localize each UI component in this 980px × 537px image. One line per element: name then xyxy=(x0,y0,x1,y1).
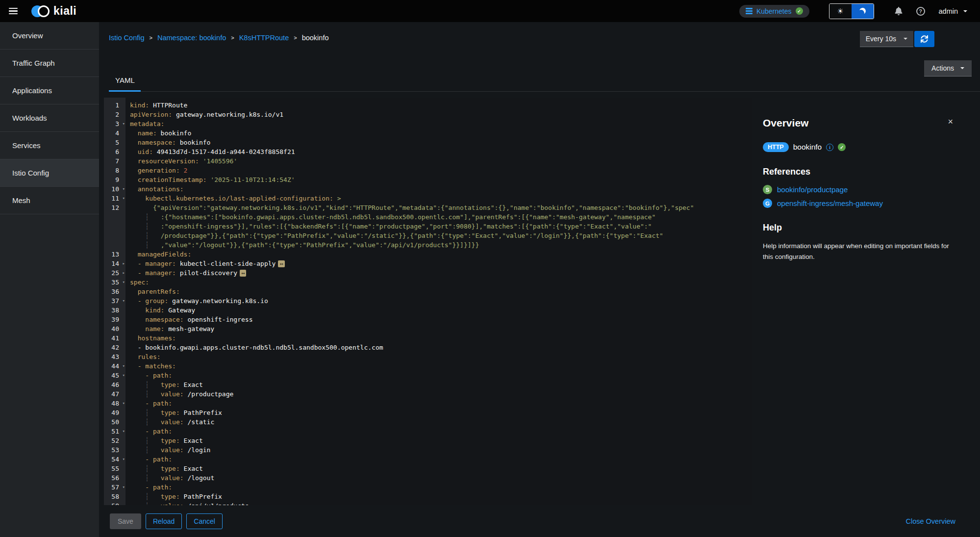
editor-line[interactable]: ┆ type: PathPrefix xyxy=(130,492,752,501)
editor-line[interactable]: - group: gateway.networking.k8s.io xyxy=(130,296,752,306)
editor-line[interactable]: name: bookinfo xyxy=(130,128,752,138)
editor-line[interactable]: rules: xyxy=(130,352,752,361)
notifications-button[interactable] xyxy=(895,7,903,15)
editor-line[interactable]: name: mesh-gateway xyxy=(130,324,752,333)
breadcrumb-link[interactable]: Istio Config xyxy=(109,34,145,42)
sidebar-item-traffic-graph[interactable]: Traffic Graph xyxy=(0,50,99,77)
editor-line[interactable]: kind: HTTPRoute xyxy=(130,101,752,110)
fold-open-icon[interactable]: ▾ xyxy=(123,194,125,203)
cluster-badge[interactable]: Kubernetes ✓ xyxy=(739,5,809,18)
breadcrumb-link[interactable]: K8sHTTPRoute xyxy=(239,34,289,42)
code-token xyxy=(130,484,145,491)
editor-line[interactable]: managedFields: xyxy=(130,250,752,259)
fold-open-icon[interactable]: ▾ xyxy=(123,371,125,380)
editor-line[interactable]: kind: Gateway xyxy=(130,306,752,315)
editor-line[interactable]: - path: xyxy=(130,455,752,464)
editor-line[interactable]: - manager: kubectl-client-side-apply↔ xyxy=(130,259,752,268)
fold-open-icon[interactable]: ▾ xyxy=(123,296,125,306)
help-button[interactable]: ? xyxy=(916,7,925,16)
code-token xyxy=(130,362,138,370)
editor-line[interactable]: ┆ :{"hostnames":["bookinfo.gwapi.apps.cl… xyxy=(130,212,752,222)
sidebar-item-services[interactable]: Services xyxy=(0,132,99,159)
sidebar-item-istio-config[interactable]: Istio Config xyxy=(0,159,99,187)
http-badge: HTTP xyxy=(763,142,789,152)
editor-line[interactable]: ┆ value: /api/v1/products xyxy=(130,501,752,505)
fold-widget[interactable]: ↔ xyxy=(240,270,246,277)
editor-line[interactable]: ┆ type: Exact xyxy=(130,464,752,473)
editor-line[interactable]: ┆ type: PathPrefix xyxy=(130,408,752,417)
sidebar-item-overview[interactable]: Overview xyxy=(0,22,99,50)
editor-line[interactable]: spec: xyxy=(130,278,752,287)
fold-open-icon[interactable]: ▾ xyxy=(123,455,125,464)
reference-link[interactable]: bookinfo/productpage xyxy=(777,185,848,194)
editor-line[interactable]: - path: xyxy=(130,371,752,380)
sidebar-item-workloads[interactable]: Workloads xyxy=(0,104,99,132)
line-number: 59 xyxy=(111,502,119,505)
editor-line[interactable]: hostnames: xyxy=(130,333,752,343)
editor-line[interactable]: namespace: openshift-ingress xyxy=(130,315,752,324)
fold-open-icon[interactable]: ▾ xyxy=(123,427,125,436)
editor-line[interactable]: ┆ value: /login xyxy=(130,445,752,455)
light-theme-button[interactable]: ☀ xyxy=(829,4,852,19)
fold-widget[interactable]: ↔ xyxy=(278,260,284,267)
info-icon[interactable]: i xyxy=(826,144,833,151)
editor-line[interactable]: ┆ value: /productpage xyxy=(130,389,752,399)
editor-line[interactable]: annotations: xyxy=(130,184,752,194)
editor-code[interactable]: kind: HTTPRouteapiVersion: gateway.netwo… xyxy=(126,98,752,505)
close-icon[interactable]: × xyxy=(948,117,953,126)
tab-yaml[interactable]: YAML xyxy=(109,76,141,91)
dark-theme-button[interactable] xyxy=(852,4,874,19)
editor-line[interactable]: metadata: xyxy=(130,119,752,128)
cancel-button[interactable]: Cancel xyxy=(186,513,223,529)
fold-open-icon[interactable]: ▾ xyxy=(123,361,125,371)
editor-line[interactable]: generation: 2 xyxy=(130,166,752,175)
editor-line[interactable]: kubectl.kubernetes.io/last-applied-confi… xyxy=(130,194,752,203)
sidebar-item-applications[interactable]: Applications xyxy=(0,77,99,104)
editor-line[interactable]: ┆ ,"value":"/logout"}},{"path":{"type":"… xyxy=(130,240,752,250)
fold-closed-icon[interactable]: ▸ xyxy=(123,259,125,268)
code-token: 49413d7d-1517-4d1d-a944-0243f8858f21 xyxy=(153,148,295,155)
fold-open-icon[interactable]: ▾ xyxy=(123,184,125,194)
editor-line[interactable]: - path: xyxy=(130,483,752,492)
editor-line[interactable]: resourceVersion: '1405596' xyxy=(130,156,752,166)
fold-open-icon[interactable]: ▾ xyxy=(123,483,125,492)
refresh-interval-select[interactable]: Every 10s xyxy=(860,31,913,47)
reload-button[interactable]: Reload xyxy=(146,513,182,529)
code-token: PathPrefix xyxy=(180,409,222,416)
close-overview-link[interactable]: Close Overview xyxy=(905,517,955,525)
editor-line[interactable]: uid: 49413d7d-1517-4d1d-a944-0243f8858f2… xyxy=(130,147,752,156)
editor-line[interactable]: creationTimestamp: '2025-11-10T21:14:54Z… xyxy=(130,175,752,184)
save-button[interactable]: Save xyxy=(110,513,141,529)
code-token xyxy=(130,129,138,137)
editor-line[interactable]: ┆ type: Exact xyxy=(130,436,752,445)
editor-line[interactable]: - path: xyxy=(130,399,752,408)
reference-link[interactable]: openshift-ingress/mesh-gateway xyxy=(777,199,883,207)
editor-line[interactable]: ┆ value: /static xyxy=(130,417,752,427)
nav-toggle-button[interactable] xyxy=(7,4,20,18)
fold-open-icon[interactable]: ▾ xyxy=(123,399,125,408)
editor-line[interactable]: namespace: bookinfo xyxy=(130,138,752,147)
editor-line[interactable]: ┆ /productpage"}},{"path":{"type":"PathP… xyxy=(130,231,752,240)
editor-line[interactable]: - manager: pilot-discovery↔ xyxy=(130,268,752,278)
editor-line[interactable]: ┆ value: /logout xyxy=(130,473,752,483)
editor-line[interactable]: ┆ :"openshift-ingress"}],"rules":[{"back… xyxy=(130,222,752,231)
fold-closed-icon[interactable]: ▸ xyxy=(123,268,125,278)
editor-line[interactable]: - path: xyxy=(130,427,752,436)
fold-open-icon[interactable]: ▾ xyxy=(123,278,125,287)
editor-line[interactable]: - matches: xyxy=(130,361,752,371)
editor-line[interactable]: apiVersion: gateway.networking.k8s.io/v1 xyxy=(130,110,752,119)
editor-line[interactable]: - bookinfo.gwapi.apps.cluster-ndb5l.ndb5… xyxy=(130,343,752,352)
yaml-editor[interactable]: 123▾45678910▾11▾121314▸25▸35▾3637▾383940… xyxy=(104,98,752,505)
editor-line[interactable]: parentRefs: xyxy=(130,287,752,296)
editor-line[interactable]: {"apiVersion":"gateway.networking.k8s.io… xyxy=(130,203,752,212)
sidebar-nav: OverviewTraffic GraphApplicationsWorkloa… xyxy=(0,22,99,537)
fold-open-icon[interactable]: ▾ xyxy=(123,119,125,128)
breadcrumb-link[interactable]: Namespace: bookinfo xyxy=(157,34,226,42)
editor-line[interactable]: ┆ type: Exact xyxy=(130,380,752,389)
sidebar-item-mesh[interactable]: Mesh xyxy=(0,187,99,214)
user-menu[interactable]: admin xyxy=(939,7,968,15)
line-number: 4 xyxy=(115,129,119,137)
refresh-button[interactable] xyxy=(914,31,934,47)
caret-down-icon xyxy=(960,67,964,69)
actions-dropdown[interactable]: Actions xyxy=(924,60,972,77)
